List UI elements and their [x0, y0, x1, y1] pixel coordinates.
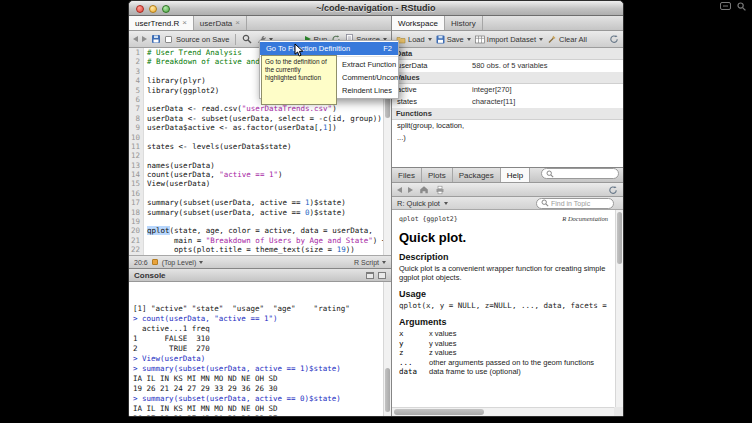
zoom-button[interactable] [162, 5, 170, 13]
code-text: opts(plot.title = theme_text(size = 19)) [144, 245, 355, 254]
maximize-pane-icon[interactable] [378, 272, 386, 279]
print-icon[interactable] [435, 185, 445, 195]
console-line: active...1 freq [133, 324, 381, 334]
help-argument: xx values [399, 329, 608, 339]
clear-all-button[interactable]: Clear All [547, 34, 587, 44]
help-vertical-scrollbar[interactable] [615, 210, 623, 407]
clear-all-label: Clear All [559, 35, 587, 44]
display-status-icon[interactable] [720, 2, 731, 11]
file-type-selector[interactable]: R Script [354, 259, 386, 266]
scope-selector[interactable]: (Top Level) [162, 259, 204, 266]
mouse-cursor [294, 43, 305, 58]
window-title: ~/code-navigation - RStudio [129, 1, 623, 16]
console-line: 26 27 18 31 27 42 29 31 36 23 27 [133, 414, 381, 416]
workspace-row[interactable]: userData580 obs. of 5 variables [392, 60, 623, 72]
line-number: 12 [129, 151, 144, 160]
code-text: summary(subset(userData, active == 0)$st… [144, 208, 346, 217]
help-document: qplot {ggplot2} R Documentation Quick pl… [392, 210, 623, 416]
selected-token: qplot [147, 226, 170, 235]
code-text: summary(subset(userData, active == 1)$st… [144, 198, 346, 207]
line-number: 5 [129, 86, 144, 95]
menu-item-go-to-function-definition[interactable]: Go To Function DefinitionF2 [260, 42, 398, 55]
console-scrollbar[interactable] [383, 282, 391, 416]
argument-desc: data frame to use (optional) [429, 367, 521, 377]
save-workspace-button[interactable]: Save [436, 35, 471, 44]
menu-item-label: Comment/Uncomment Lines [342, 73, 398, 82]
line-number: 4 [129, 76, 144, 85]
refresh-icon[interactable] [608, 185, 618, 195]
editor-tab-userdata[interactable]: userData× [194, 16, 247, 30]
help-description: Quick plot is a convenient wrapper funct… [399, 264, 608, 282]
spotlight-status-icon[interactable] [737, 2, 746, 11]
load-workspace-button[interactable]: Load [396, 35, 432, 44]
argument-name: data [399, 367, 429, 377]
window-titlebar[interactable]: ~/code-navigation - RStudio [129, 1, 623, 16]
workspace-row[interactable]: activeinteger[270] [392, 84, 623, 96]
workspace-objects: DatauserData580 obs. of 5 variablesValue… [392, 48, 623, 167]
tab-label: Files [398, 171, 415, 180]
save-icon[interactable] [151, 34, 161, 44]
minimize-button[interactable] [149, 5, 157, 13]
console-output[interactable]: [1] "active" "state" "usage" "age" "rati… [129, 282, 391, 416]
tab-files[interactable]: Files [392, 168, 422, 182]
help-topic-label[interactable]: R: Quick plot [397, 199, 440, 208]
find-in-topic-box[interactable] [536, 198, 614, 209]
editor-line: 22 opts(plot.title = theme_text(size = 1… [129, 245, 391, 254]
source-on-save-label: Source on Save [176, 35, 229, 44]
editor-line: 15View(userData) [129, 179, 391, 188]
code-text: count(userData, "active == 1") [144, 170, 282, 179]
help-horizontal-scrollbar[interactable] [392, 407, 614, 416]
help-search-input[interactable] [556, 170, 614, 177]
minimize-pane-icon[interactable] [366, 272, 374, 279]
source-tabbar: userTrend.R×userData× [129, 16, 391, 31]
console-header[interactable]: Console [129, 269, 391, 282]
resize-grip[interactable] [614, 407, 623, 416]
code-text [144, 189, 147, 198]
nav-back-icon[interactable] [133, 36, 138, 42]
object-name: split(group, location, ...) [392, 120, 472, 132]
tab-close-icon[interactable]: × [235, 19, 240, 27]
console-line: 1 FALSE 310 [133, 334, 381, 344]
help-search-box[interactable] [541, 168, 619, 179]
nav-forward-icon[interactable] [142, 36, 147, 42]
code-text: userData <- subset(userData, select = -c… [144, 114, 382, 123]
help-title: Quick plot. [399, 230, 608, 245]
editor-tab-usertrend-r[interactable]: userTrend.R× [129, 16, 194, 30]
workspace-row[interactable]: split(group, location, ...) [392, 120, 623, 132]
tab-workspace[interactable]: Workspace [392, 16, 445, 30]
tab-close-icon[interactable]: × [182, 19, 187, 27]
tab-help[interactable]: Help [501, 168, 530, 182]
search-icon[interactable] [242, 34, 252, 44]
code-text [144, 95, 147, 104]
line-number: 14 [129, 170, 144, 179]
editor-line: 11states <- levels(userData$state) [129, 142, 391, 151]
help-back-icon[interactable] [397, 187, 402, 193]
tab-label: Workspace [398, 19, 438, 28]
workspace-row[interactable]: statescharacter[11] [392, 96, 623, 108]
close-button[interactable] [136, 5, 144, 13]
code-text: # User Trend Analysis [144, 48, 242, 57]
object-name: states [392, 96, 472, 108]
broom-icon [547, 34, 557, 44]
line-number: 8 [129, 114, 144, 123]
source-on-save-checkbox[interactable] [165, 36, 172, 43]
editor-line: 9userData$active <- as.factor(userData[,… [129, 123, 391, 132]
menu-shortcut: F2 [383, 44, 392, 53]
help-forward-icon[interactable] [408, 187, 413, 193]
tab-history[interactable]: History [445, 16, 483, 30]
help-topic-bar: R: Quick plot [392, 197, 623, 210]
console-title: Console [134, 271, 166, 280]
save-icon [436, 35, 445, 44]
chevron-down-icon [428, 38, 432, 41]
editor-line: 16 [129, 189, 391, 198]
line-number: 16 [129, 189, 144, 198]
tab-plots[interactable]: Plots [422, 168, 453, 182]
home-icon[interactable] [419, 185, 429, 194]
refresh-icon[interactable] [609, 34, 619, 44]
line-number: 22 [129, 245, 144, 254]
import-dataset-button[interactable]: Import Dataset [475, 35, 543, 44]
object-name: userData [392, 60, 472, 72]
code-text: View(userData) [144, 179, 210, 188]
tab-packages[interactable]: Packages [453, 168, 501, 182]
find-in-topic-input[interactable] [551, 200, 609, 207]
